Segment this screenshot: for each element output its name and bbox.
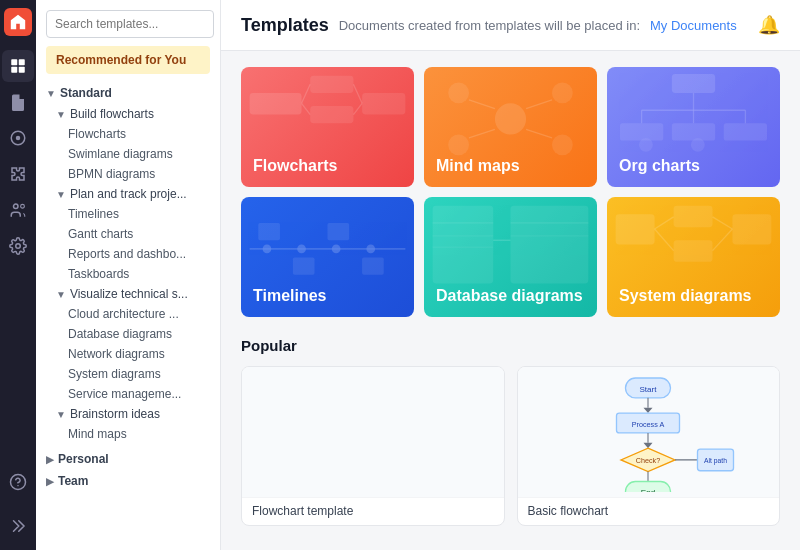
template-card-orgcharts[interactable]: Org charts <box>607 67 780 187</box>
expand-nav-icon[interactable] <box>2 510 34 542</box>
nav-standard-label: Standard <box>60 86 112 100</box>
svg-point-7 <box>21 204 25 208</box>
my-documents-link[interactable]: My Documents <box>650 18 737 33</box>
notification-bell-icon[interactable]: 🔔 <box>758 14 780 36</box>
nav-team-header[interactable]: ▶ Team <box>36 470 220 492</box>
card-orgcharts-label: Org charts <box>619 157 700 175</box>
recommended-button[interactable]: Recommended for You <box>46 46 210 74</box>
nav-subgroup-brainstorm-label: Brainstorm ideas <box>70 407 160 421</box>
svg-text:Check?: Check? <box>636 456 660 465</box>
svg-rect-36 <box>620 123 663 140</box>
svg-rect-13 <box>250 93 302 115</box>
svg-point-8 <box>16 244 21 249</box>
popular-card-2-preview: Start Process A Check? <box>518 367 780 497</box>
nav-team-label: Team <box>58 474 88 488</box>
svg-point-23 <box>552 83 573 104</box>
nav-subgroup-plan-header[interactable]: ▼ Plan and track proje... <box>48 184 220 204</box>
svg-point-10 <box>18 485 19 486</box>
nav-standard-group: ▼ Standard ▼ Build flowcharts Flowcharts… <box>36 82 220 448</box>
popular-section: Popular Flowchart template Start <box>241 337 780 526</box>
content-area: Flowcharts Mind maps <box>221 51 800 550</box>
svg-rect-2 <box>11 67 17 73</box>
svg-point-24 <box>448 134 469 155</box>
svg-rect-38 <box>724 123 767 140</box>
settings-nav-icon[interactable] <box>2 230 34 262</box>
nav-subgroup-flowcharts: ▼ Build flowcharts Flowcharts Swimlane d… <box>36 104 220 184</box>
nav-subgroup-plan: ▼ Plan and track proje... Timelines Gant… <box>36 184 220 284</box>
nav-item-bpmn[interactable]: BPMN diagrams <box>48 164 220 184</box>
template-card-mindmaps[interactable]: Mind maps <box>424 67 597 187</box>
svg-rect-1 <box>19 59 25 65</box>
nav-item-reports[interactable]: Reports and dashbo... <box>48 244 220 264</box>
template-card-database[interactable]: Database diagrams <box>424 197 597 317</box>
nav-item-database[interactable]: Database diagrams <box>48 324 220 344</box>
template-card-system[interactable]: System diagrams <box>607 197 780 317</box>
page-title: Templates <box>241 15 329 36</box>
nav-subgroup-plan-arrow: ▼ <box>56 189 66 200</box>
document-nav-icon[interactable] <box>2 86 34 118</box>
nav-subgroup-visualize-header[interactable]: ▼ Visualize technical s... <box>48 284 220 304</box>
popular-cards-grid: Flowchart template Start Process A <box>241 366 780 526</box>
team-nav-icon[interactable] <box>2 194 34 226</box>
main-content: Templates Documents created from templat… <box>221 0 800 550</box>
nav-subgroup-visualize: ▼ Visualize technical s... Cloud archite… <box>36 284 220 404</box>
nav-standard-header[interactable]: ▼ Standard <box>36 82 220 104</box>
header-subtitle: Documents created from templates will be… <box>339 18 640 33</box>
svg-rect-37 <box>672 123 715 140</box>
popular-card-2[interactable]: Start Process A Check? <box>517 366 781 526</box>
svg-point-22 <box>448 83 469 104</box>
svg-rect-46 <box>258 223 280 240</box>
svg-rect-54 <box>511 206 589 284</box>
svg-line-19 <box>353 84 362 103</box>
help-nav-icon[interactable] <box>2 466 34 498</box>
diagram-nav-icon[interactable] <box>2 122 34 154</box>
nav-subgroup-flowcharts-header[interactable]: ▼ Build flowcharts <box>48 104 220 124</box>
svg-line-27 <box>526 100 552 109</box>
svg-point-21 <box>495 103 526 134</box>
nav-personal-label: Personal <box>58 452 109 466</box>
svg-rect-47 <box>293 258 315 275</box>
svg-line-29 <box>526 129 552 138</box>
nav-item-network[interactable]: Network diagrams <box>48 344 220 364</box>
svg-point-6 <box>14 204 19 209</box>
svg-line-17 <box>302 84 311 103</box>
nav-item-taskboards[interactable]: Taskboards <box>48 264 220 284</box>
popular-card-1-preview <box>242 367 504 497</box>
svg-text:Start: Start <box>640 385 658 394</box>
sidebar: Recommended for You ▼ Standard ▼ Build f… <box>36 0 221 550</box>
nav-team-arrow: ▶ <box>46 476 54 487</box>
svg-rect-60 <box>674 240 713 262</box>
home-nav-icon[interactable] <box>2 50 34 82</box>
nav-item-system[interactable]: System diagrams <box>48 364 220 384</box>
svg-text:End: End <box>641 488 655 492</box>
svg-point-5 <box>16 136 21 141</box>
puzzle-nav-icon[interactable] <box>2 158 34 190</box>
svg-line-20 <box>353 103 362 114</box>
svg-text:Alt path: Alt path <box>704 457 727 465</box>
popular-card-2-label: Basic flowchart <box>518 497 780 526</box>
card-flowcharts-label: Flowcharts <box>253 157 337 175</box>
page-header: Templates Documents created from templat… <box>221 0 800 51</box>
svg-point-40 <box>691 138 705 152</box>
template-card-flowcharts[interactable]: Flowcharts <box>241 67 414 187</box>
nav-personal-header[interactable]: ▶ Personal <box>36 448 220 470</box>
nav-item-timelines[interactable]: Timelines <box>48 204 220 224</box>
nav-item-gantt[interactable]: Gantt charts <box>48 224 220 244</box>
card-mindmaps-label: Mind maps <box>436 157 520 175</box>
nav-subgroup-brainstorm-header[interactable]: ▼ Brainstorm ideas <box>48 404 220 424</box>
search-input[interactable] <box>46 10 214 38</box>
nav-item-service[interactable]: Service manageme... <box>48 384 220 404</box>
nav-item-flowcharts[interactable]: Flowcharts <box>48 124 220 144</box>
svg-line-26 <box>469 100 495 109</box>
svg-line-63 <box>655 229 674 251</box>
svg-point-43 <box>297 245 306 254</box>
card-timelines-label: Timelines <box>253 287 327 305</box>
svg-rect-58 <box>616 214 655 244</box>
nav-item-swimlane[interactable]: Swimlane diagrams <box>48 144 220 164</box>
nav-item-cloud[interactable]: Cloud architecture ... <box>48 304 220 324</box>
template-card-timelines[interactable]: Timelines <box>241 197 414 317</box>
svg-marker-69 <box>644 408 653 413</box>
popular-card-1[interactable]: Flowchart template <box>241 366 505 526</box>
nav-item-mindmaps[interactable]: Mind maps <box>48 424 220 444</box>
svg-text:Process A: Process A <box>632 420 665 429</box>
